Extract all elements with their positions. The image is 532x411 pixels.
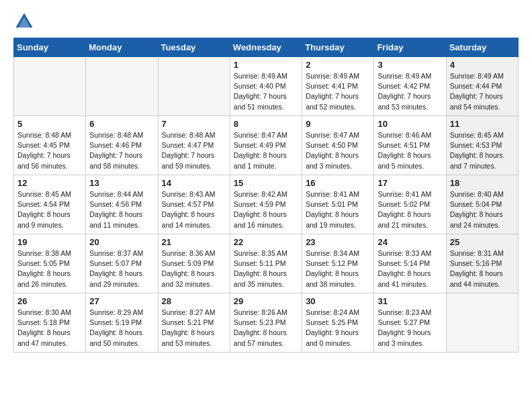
day-cell: 20Sunrise: 8:37 AM Sunset: 5:07 PM Dayli… [86, 234, 158, 293]
page-header [13, 11, 519, 32]
day-cell: 9Sunrise: 8:47 AM Sunset: 4:50 PM Daylig… [302, 116, 374, 175]
day-number: 19 [17, 237, 82, 247]
day-cell: 29Sunrise: 8:26 AM Sunset: 5:23 PM Dayli… [230, 293, 302, 353]
day-number: 11 [450, 119, 515, 129]
day-info: Sunrise: 8:49 AM Sunset: 4:42 PM Dayligh… [378, 71, 442, 112]
day-info: Sunrise: 8:26 AM Sunset: 5:23 PM Dayligh… [234, 308, 298, 349]
day-info: Sunrise: 8:42 AM Sunset: 4:59 PM Dayligh… [234, 189, 298, 230]
day-number: 30 [306, 296, 370, 306]
day-number: 17 [378, 178, 442, 188]
day-info: Sunrise: 8:49 AM Sunset: 4:44 PM Dayligh… [450, 71, 515, 112]
logo-icon [13, 11, 35, 32]
day-info: Sunrise: 8:48 AM Sunset: 4:47 PM Dayligh… [162, 130, 226, 171]
day-info: Sunrise: 8:31 AM Sunset: 5:16 PM Dayligh… [450, 248, 515, 289]
day-info: Sunrise: 8:49 AM Sunset: 4:40 PM Dayligh… [234, 71, 298, 112]
week-row-3: 12Sunrise: 8:45 AM Sunset: 4:54 PM Dayli… [14, 175, 519, 234]
calendar-table: SundayMondayTuesdayWednesdayThursdayFrid… [13, 38, 519, 353]
day-info: Sunrise: 8:49 AM Sunset: 4:41 PM Dayligh… [306, 71, 370, 112]
day-cell: 28Sunrise: 8:27 AM Sunset: 5:21 PM Dayli… [158, 293, 230, 353]
week-row-1: 1Sunrise: 8:49 AM Sunset: 4:40 PM Daylig… [14, 57, 519, 116]
day-info: Sunrise: 8:34 AM Sunset: 5:12 PM Dayligh… [306, 248, 370, 289]
day-info: Sunrise: 8:30 AM Sunset: 5:18 PM Dayligh… [17, 308, 82, 349]
day-info: Sunrise: 8:46 AM Sunset: 4:51 PM Dayligh… [378, 130, 442, 171]
day-number: 3 [378, 60, 442, 70]
day-cell: 17Sunrise: 8:41 AM Sunset: 5:02 PM Dayli… [374, 175, 446, 234]
logo [13, 11, 38, 32]
day-info: Sunrise: 8:47 AM Sunset: 4:49 PM Dayligh… [234, 130, 298, 171]
day-cell: 13Sunrise: 8:44 AM Sunset: 4:56 PM Dayli… [86, 175, 158, 234]
day-number: 12 [17, 178, 82, 188]
day-cell: 16Sunrise: 8:41 AM Sunset: 5:01 PM Dayli… [302, 175, 374, 234]
day-number: 18 [450, 178, 515, 188]
day-cell: 22Sunrise: 8:35 AM Sunset: 5:11 PM Dayli… [230, 234, 302, 293]
day-number: 28 [162, 296, 226, 306]
day-info: Sunrise: 8:27 AM Sunset: 5:21 PM Dayligh… [162, 308, 226, 349]
day-cell [158, 57, 230, 116]
day-cell: 21Sunrise: 8:36 AM Sunset: 5:09 PM Dayli… [158, 234, 230, 293]
day-number: 9 [306, 119, 370, 129]
day-cell: 26Sunrise: 8:30 AM Sunset: 5:18 PM Dayli… [14, 293, 86, 353]
days-header-row: SundayMondayTuesdayWednesdayThursdayFrid… [14, 38, 519, 57]
day-cell: 8Sunrise: 8:47 AM Sunset: 4:49 PM Daylig… [230, 116, 302, 175]
day-cell: 30Sunrise: 8:24 AM Sunset: 5:25 PM Dayli… [302, 293, 374, 353]
day-number: 23 [306, 237, 370, 247]
day-header-sunday: Sunday [14, 38, 86, 57]
day-number: 27 [89, 296, 154, 306]
day-header-friday: Friday [374, 38, 446, 57]
day-cell [86, 57, 158, 116]
day-number: 6 [89, 119, 154, 129]
day-cell: 31Sunrise: 8:23 AM Sunset: 5:27 PM Dayli… [374, 293, 446, 353]
day-info: Sunrise: 8:24 AM Sunset: 5:25 PM Dayligh… [306, 308, 370, 349]
day-number: 25 [450, 237, 515, 247]
day-info: Sunrise: 8:29 AM Sunset: 5:19 PM Dayligh… [89, 308, 154, 349]
week-row-2: 5Sunrise: 8:48 AM Sunset: 4:45 PM Daylig… [14, 116, 519, 175]
day-number: 1 [234, 60, 298, 70]
day-number: 21 [162, 237, 226, 247]
day-cell: 19Sunrise: 8:38 AM Sunset: 5:05 PM Dayli… [14, 234, 86, 293]
day-info: Sunrise: 8:48 AM Sunset: 4:46 PM Dayligh… [89, 130, 154, 171]
day-number: 8 [234, 119, 298, 129]
day-cell: 27Sunrise: 8:29 AM Sunset: 5:19 PM Dayli… [86, 293, 158, 353]
day-number: 24 [378, 237, 442, 247]
day-cell: 14Sunrise: 8:43 AM Sunset: 4:57 PM Dayli… [158, 175, 230, 234]
day-number: 7 [162, 119, 226, 129]
day-cell: 2Sunrise: 8:49 AM Sunset: 4:41 PM Daylig… [302, 57, 374, 116]
day-cell: 5Sunrise: 8:48 AM Sunset: 4:45 PM Daylig… [14, 116, 86, 175]
week-row-4: 19Sunrise: 8:38 AM Sunset: 5:05 PM Dayli… [14, 234, 519, 293]
day-info: Sunrise: 8:44 AM Sunset: 4:56 PM Dayligh… [89, 189, 154, 230]
day-cell: 7Sunrise: 8:48 AM Sunset: 4:47 PM Daylig… [158, 116, 230, 175]
day-number: 4 [450, 60, 515, 70]
day-cell: 3Sunrise: 8:49 AM Sunset: 4:42 PM Daylig… [374, 57, 446, 116]
day-cell: 11Sunrise: 8:45 AM Sunset: 4:53 PM Dayli… [446, 116, 518, 175]
day-info: Sunrise: 8:45 AM Sunset: 4:54 PM Dayligh… [17, 189, 82, 230]
day-cell: 1Sunrise: 8:49 AM Sunset: 4:40 PM Daylig… [230, 57, 302, 116]
day-cell: 24Sunrise: 8:33 AM Sunset: 5:14 PM Dayli… [374, 234, 446, 293]
day-info: Sunrise: 8:40 AM Sunset: 5:04 PM Dayligh… [450, 189, 515, 230]
day-info: Sunrise: 8:37 AM Sunset: 5:07 PM Dayligh… [89, 248, 154, 289]
day-header-monday: Monday [86, 38, 158, 57]
day-cell: 6Sunrise: 8:48 AM Sunset: 4:46 PM Daylig… [86, 116, 158, 175]
day-info: Sunrise: 8:35 AM Sunset: 5:11 PM Dayligh… [234, 248, 298, 289]
day-number: 31 [378, 296, 442, 306]
day-number: 22 [234, 237, 298, 247]
day-cell [446, 293, 518, 353]
day-cell: 25Sunrise: 8:31 AM Sunset: 5:16 PM Dayli… [446, 234, 518, 293]
day-cell: 18Sunrise: 8:40 AM Sunset: 5:04 PM Dayli… [446, 175, 518, 234]
day-info: Sunrise: 8:48 AM Sunset: 4:45 PM Dayligh… [17, 130, 82, 171]
day-number: 16 [306, 178, 370, 188]
day-cell: 10Sunrise: 8:46 AM Sunset: 4:51 PM Dayli… [374, 116, 446, 175]
day-header-tuesday: Tuesday [158, 38, 230, 57]
day-number: 29 [234, 296, 298, 306]
day-header-wednesday: Wednesday [230, 38, 302, 57]
day-header-thursday: Thursday [302, 38, 374, 57]
day-number: 20 [89, 237, 154, 247]
day-cell: 23Sunrise: 8:34 AM Sunset: 5:12 PM Dayli… [302, 234, 374, 293]
day-number: 5 [17, 119, 82, 129]
day-info: Sunrise: 8:41 AM Sunset: 5:01 PM Dayligh… [306, 189, 370, 230]
day-info: Sunrise: 8:47 AM Sunset: 4:50 PM Dayligh… [306, 130, 370, 171]
week-row-5: 26Sunrise: 8:30 AM Sunset: 5:18 PM Dayli… [14, 293, 519, 353]
day-info: Sunrise: 8:41 AM Sunset: 5:02 PM Dayligh… [378, 189, 442, 230]
day-number: 15 [234, 178, 298, 188]
day-cell: 15Sunrise: 8:42 AM Sunset: 4:59 PM Dayli… [230, 175, 302, 234]
day-number: 26 [17, 296, 82, 306]
